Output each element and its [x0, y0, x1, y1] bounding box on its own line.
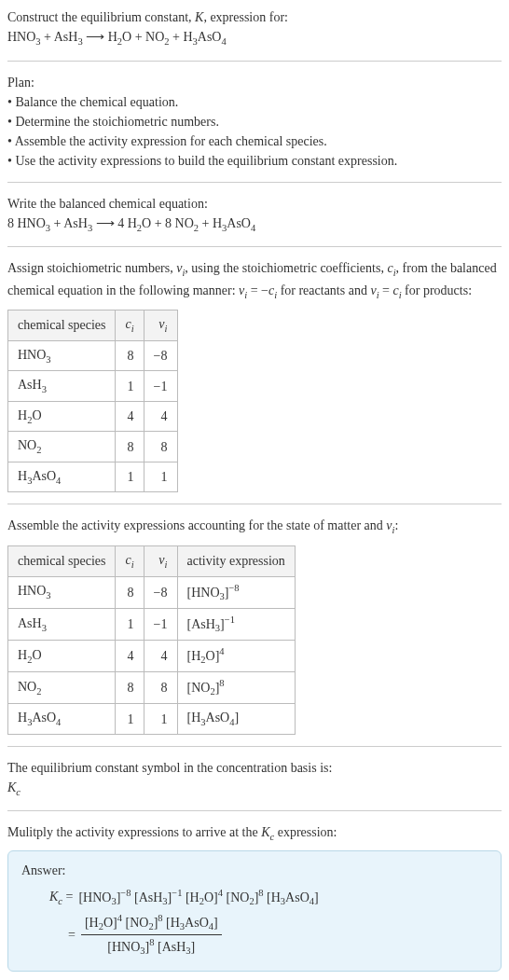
- cell-v: −8: [144, 340, 177, 371]
- cell-v: −8: [144, 576, 177, 608]
- cell-v: 4: [144, 401, 177, 432]
- cell-c: 8: [116, 672, 144, 704]
- stoich-intro: Assign stoichiometric numbers, νi, using…: [7, 258, 502, 302]
- plan-title: Plan:: [7, 73, 502, 92]
- plan-item: • Determine the stoichiometric numbers.: [7, 112, 502, 131]
- cell-c: 8: [116, 340, 144, 371]
- plan-item: • Balance the chemical equation.: [7, 92, 502, 112]
- answer-numerator: [H2O]4 [NO2]8 [H3AsO4]: [81, 911, 222, 935]
- cell-v: 1: [144, 462, 177, 492]
- header-line1: Construct the equilibrium constant, K, e…: [7, 7, 502, 27]
- cell-species: AsH3: [8, 608, 116, 640]
- cell-species: NO2: [8, 432, 116, 462]
- answer-line1: Kc = [HNO3]−8 [AsH3]−1 [H2O]4 [NO2]8 [H3…: [49, 886, 488, 909]
- divider: [7, 504, 502, 504]
- cell-species: H3AsO4: [8, 462, 116, 492]
- cell-v: −1: [144, 371, 177, 402]
- divider: [7, 746, 502, 747]
- cell-c: 1: [116, 704, 144, 735]
- table-row: HNO38−8[HNO3]−8: [8, 576, 296, 608]
- cell-v: 4: [144, 640, 177, 671]
- cell-species: H3AsO4: [8, 704, 116, 735]
- cell-c: 1: [116, 462, 144, 492]
- cell-expr: [NO2]8: [177, 672, 295, 704]
- multiply-section: Mulitply the activity expressions to arr…: [7, 822, 502, 971]
- cell-expr: [H3AsO4]: [177, 704, 295, 735]
- symbol-section: The equilibrium constant symbol in the c…: [7, 758, 502, 800]
- activity-section: Assemble the activity expressions accoun…: [7, 516, 502, 734]
- col-ci: ci: [116, 546, 144, 577]
- answer-eq: =: [68, 925, 76, 945]
- cell-c: 1: [116, 608, 144, 640]
- cell-c: 1: [116, 371, 144, 402]
- cell-c: 8: [116, 432, 144, 462]
- answer-line2: Kc = [H2O]4 [NO2]8 [H3AsO4] [HNO3]8 [AsH…: [49, 911, 488, 959]
- cell-expr: [AsH3]−1: [177, 608, 295, 640]
- multiply-title: Mulitply the activity expressions to arr…: [7, 822, 502, 845]
- header-equation: HNO3 + AsH3 ⟶ H2O + NO2 + H3AsO4: [7, 27, 502, 49]
- divider: [7, 61, 502, 62]
- table-row: NO288[NO2]8: [8, 672, 296, 704]
- table-header-row: chemical species ci νi: [8, 311, 178, 341]
- answer-box: Answer: Kc = [HNO3]−8 [AsH3]−1 [H2O]4 [N…: [7, 850, 502, 972]
- table-row: H3AsO411[H3AsO4]: [8, 704, 296, 735]
- answer-body: Kc = [HNO3]−8 [AsH3]−1 [H2O]4 [NO2]8 [H3…: [21, 886, 488, 959]
- col-species: chemical species: [8, 546, 116, 577]
- stoich-table: chemical species ci νi HNO38−8 AsH31−1 H…: [7, 310, 178, 492]
- answer-lhs: Kc =: [49, 887, 73, 909]
- table-header-row: chemical species ci νi activity expressi…: [8, 546, 296, 577]
- col-vi: νi: [144, 546, 177, 577]
- cell-c: 8: [116, 576, 144, 608]
- col-vi: νi: [144, 311, 177, 341]
- activity-intro: Assemble the activity expressions accoun…: [7, 516, 502, 538]
- answer-fraction: [H2O]4 [NO2]8 [H3AsO4] [HNO3]8 [AsH3]: [81, 911, 222, 959]
- cell-species: H2O: [8, 640, 116, 671]
- header-section: Construct the equilibrium constant, K, e…: [7, 7, 502, 49]
- divider: [7, 246, 502, 247]
- cell-c: 4: [116, 640, 144, 671]
- stoich-section: Assign stoichiometric numbers, νi, using…: [7, 258, 502, 492]
- activity-table: chemical species ci νi activity expressi…: [7, 545, 296, 735]
- cell-v: 8: [144, 672, 177, 704]
- balanced-section: Write the balanced chemical equation: 8 …: [7, 194, 502, 236]
- symbol-line2: Kc: [7, 778, 502, 800]
- col-species: chemical species: [8, 311, 116, 341]
- plan-section: Plan: • Balance the chemical equation. •…: [7, 73, 502, 171]
- cell-species: H2O: [8, 401, 116, 432]
- symbol-line1: The equilibrium constant symbol in the c…: [7, 758, 502, 778]
- balanced-title: Write the balanced chemical equation:: [7, 194, 502, 214]
- cell-v: 1: [144, 704, 177, 735]
- cell-v: −1: [144, 608, 177, 640]
- divider: [7, 182, 502, 183]
- plan-item: • Assemble the activity expression for e…: [7, 131, 502, 151]
- cell-species: HNO3: [8, 340, 116, 371]
- cell-expr: [HNO3]−8: [177, 576, 295, 608]
- table-row: HNO38−8: [8, 340, 178, 371]
- divider: [7, 810, 502, 811]
- table-row: AsH31−1[AsH3]−1: [8, 608, 296, 640]
- answer-flat: [HNO3]−8 [AsH3]−1 [H2O]4 [NO2]8 [H3AsO4]: [78, 886, 318, 909]
- table-row: H3AsO411: [8, 462, 178, 492]
- balanced-equation: 8 HNO3 + AsH3 ⟶ 4 H2O + 8 NO2 + H3AsO4: [7, 214, 502, 236]
- cell-species: NO2: [8, 672, 116, 704]
- cell-expr: [H2O]4: [177, 640, 295, 671]
- table-row: H2O44: [8, 401, 178, 432]
- table-row: H2O44[H2O]4: [8, 640, 296, 671]
- answer-label: Answer:: [21, 861, 488, 880]
- table-row: NO288: [8, 432, 178, 462]
- plan-item: • Use the activity expressions to build …: [7, 151, 502, 171]
- col-expr: activity expression: [177, 546, 295, 577]
- cell-v: 8: [144, 432, 177, 462]
- cell-c: 4: [116, 401, 144, 432]
- col-ci: ci: [116, 311, 144, 341]
- cell-species: HNO3: [8, 576, 116, 608]
- answer-denominator: [HNO3]8 [AsH3]: [81, 935, 222, 959]
- table-row: AsH31−1: [8, 371, 178, 402]
- cell-species: AsH3: [8, 371, 116, 402]
